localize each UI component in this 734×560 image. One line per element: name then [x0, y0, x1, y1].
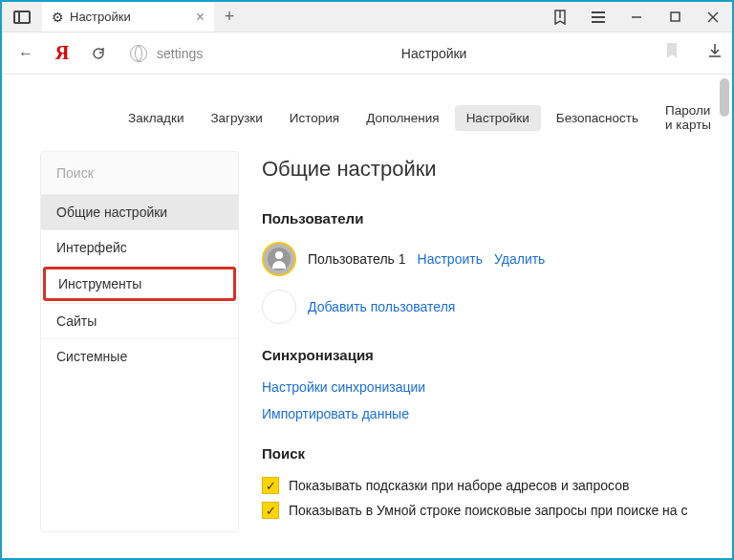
sidebar-toggle[interactable] — [2, 2, 42, 32]
home-button[interactable]: Я — [48, 39, 76, 68]
back-button[interactable]: ← — [11, 39, 40, 68]
maximize-button[interactable] — [656, 2, 694, 32]
bookmark-icon[interactable] — [665, 42, 679, 64]
globe-icon — [130, 45, 147, 62]
avatar-placeholder-icon — [262, 290, 296, 324]
download-icon[interactable] — [707, 43, 723, 63]
browser-toolbar: ← Я settings Настройки — [2, 32, 732, 75]
panel-icon — [13, 11, 31, 24]
delete-user-link[interactable]: Удалить — [494, 251, 545, 267]
url-text: settings — [157, 46, 203, 61]
sidebar-item-sites[interactable]: Сайты — [41, 303, 238, 338]
page-name: Настройки — [401, 46, 467, 61]
minimize-button[interactable] — [617, 2, 656, 32]
sidebar-item-general[interactable]: Общие настройки — [41, 194, 238, 229]
browser-tab[interactable]: ⚙ Настройки × — [42, 2, 214, 32]
user-row: Пользователь 1 Настроить Удалить — [262, 242, 703, 276]
settings-content: Общие настройки Пользователи Пользовател… — [262, 151, 703, 532]
settings-sidebar: Поиск Общие настройки Интерфейс Инструме… — [40, 151, 239, 532]
refresh-button[interactable] — [84, 39, 113, 68]
add-user-link[interactable]: Добавить пользователя — [308, 299, 455, 314]
hamburger-icon — [592, 11, 605, 23]
checkbox-smartline[interactable]: ✓ — [262, 502, 279, 519]
tab-history[interactable]: История — [278, 105, 351, 131]
window-titlebar: ⚙ Настройки × + — [2, 2, 732, 32]
close-window-button[interactable] — [694, 2, 732, 32]
avatar — [262, 242, 296, 276]
sidebar-item-interface[interactable]: Интерфейс — [41, 229, 238, 265]
checkbox-label: Показывать подсказки при наборе адресов … — [289, 478, 629, 493]
checkbox-label: Показывать в Умной строке поисковые запр… — [289, 503, 688, 518]
page-heading: Общие настройки — [262, 157, 703, 182]
sync-settings-link[interactable]: Настройки синхронизации — [262, 379, 425, 395]
close-tab-button[interactable]: × — [196, 9, 205, 26]
sidebar-item-tools[interactable]: Инструменты — [43, 267, 236, 301]
users-heading: Пользователи — [262, 210, 703, 226]
tab-security[interactable]: Безопасность — [545, 105, 650, 131]
search-heading: Поиск — [262, 445, 703, 462]
tab-title: Настройки — [70, 10, 190, 24]
tab-bookmarks[interactable]: Закладки — [117, 105, 195, 131]
address-bar[interactable]: settings Настройки — [120, 38, 688, 69]
tab-downloads[interactable]: Загрузки — [199, 105, 273, 131]
import-data-link[interactable]: Импортировать данные — [262, 406, 409, 421]
user-name: Пользователь 1 — [308, 251, 406, 267]
new-tab-button[interactable]: + — [214, 2, 245, 32]
tab-settings[interactable]: Настройки — [455, 105, 541, 131]
menu-button[interactable] — [579, 2, 617, 32]
configure-user-link[interactable]: Настроить — [418, 251, 483, 267]
sidebar-item-system[interactable]: Системные — [41, 338, 238, 374]
scrollbar-thumb[interactable] — [720, 78, 729, 117]
checkbox-suggestions[interactable]: ✓ — [262, 477, 279, 494]
reader-icon[interactable] — [541, 2, 579, 32]
tab-addons[interactable]: Дополнения — [355, 105, 450, 131]
gear-icon: ⚙ — [52, 10, 64, 25]
svg-rect-1 — [671, 12, 680, 21]
checkbox-row: ✓ Показывать подсказки при наборе адресо… — [262, 477, 703, 494]
add-user-row: Добавить пользователя — [262, 290, 703, 324]
sync-heading: Синхронизация — [262, 347, 703, 363]
checkbox-row: ✓ Показывать в Умной строке поисковые за… — [262, 502, 703, 519]
settings-tabnav: Закладки Загрузки История Дополнения Нас… — [2, 75, 732, 151]
sidebar-search[interactable]: Поиск — [41, 152, 238, 194]
